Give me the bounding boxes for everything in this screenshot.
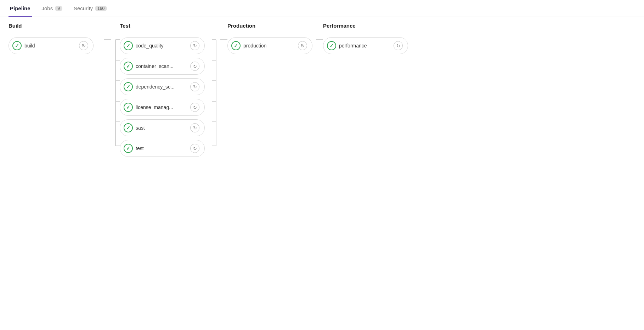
job-performance[interactable]: ✓ performance ↻ bbox=[323, 37, 408, 54]
job-sast-status-icon: ✓ bbox=[124, 123, 133, 132]
tab-jobs[interactable]: Jobs 9 bbox=[40, 0, 64, 17]
tab-pipeline-label: Pipeline bbox=[10, 5, 30, 11]
job-production-status-icon: ✓ bbox=[231, 41, 241, 50]
tab-security[interactable]: Security 160 bbox=[72, 0, 108, 17]
connector-line-prod-perf bbox=[316, 31, 323, 48]
job-performance-name: performance bbox=[339, 43, 391, 49]
right-bracket-svg bbox=[212, 31, 220, 154]
checkmark-icon: ✓ bbox=[126, 146, 130, 151]
job-build[interactable]: ✓ build ↻ bbox=[9, 37, 94, 54]
checkmark-icon: ✓ bbox=[234, 43, 238, 49]
job-build-name: build bbox=[24, 43, 76, 49]
checkmark-icon: ✓ bbox=[329, 43, 334, 49]
tab-jobs-label: Jobs bbox=[42, 5, 53, 11]
job-production-name: production bbox=[243, 43, 295, 49]
connector-line bbox=[104, 39, 111, 40]
checkmark-icon: ✓ bbox=[126, 84, 130, 90]
stage-test-label: Test bbox=[120, 23, 212, 29]
job-build-status-icon: ✓ bbox=[12, 41, 22, 50]
stage-performance-label: Performance bbox=[323, 23, 415, 29]
stage-production-jobs: ✓ production ↻ bbox=[227, 37, 316, 54]
connector-line-test-prod bbox=[220, 31, 227, 48]
stage-performance-jobs: ✓ performance ↻ bbox=[323, 37, 415, 54]
job-dependency-scan-retry-button[interactable]: ↻ bbox=[190, 82, 199, 91]
job-code-quality[interactable]: ✓ code_quality ↻ bbox=[120, 37, 205, 54]
job-sast[interactable]: ✓ sast ↻ bbox=[120, 119, 205, 136]
stage-test: Test ✓ code_quality ↻ ✓ container_scan..… bbox=[120, 23, 212, 157]
checkmark-icon: ✓ bbox=[126, 125, 130, 131]
stage-production: Production ✓ production ↻ bbox=[227, 23, 316, 54]
job-code-quality-name: code_quality bbox=[136, 43, 187, 49]
stage-build-label: Build bbox=[9, 23, 104, 29]
job-container-scan-retry-button[interactable]: ↻ bbox=[190, 62, 199, 71]
h-line-test-prod bbox=[220, 39, 227, 40]
page-container: Pipeline Jobs 9 Security 160 Build ✓ bui… bbox=[0, 0, 644, 330]
tab-jobs-badge: 9 bbox=[55, 6, 62, 11]
job-sast-name: sast bbox=[136, 125, 187, 131]
job-license-manage-retry-button[interactable]: ↻ bbox=[190, 103, 199, 112]
stage-test-jobs: ✓ code_quality ↻ ✓ container_scan... ↻ bbox=[120, 37, 212, 157]
h-line-build bbox=[104, 31, 111, 48]
checkmark-icon: ✓ bbox=[126, 63, 130, 69]
h-line-prod-perf bbox=[316, 39, 323, 40]
connector-prod-perf bbox=[316, 31, 323, 48]
right-bracket-area bbox=[212, 31, 220, 154]
job-container-scan[interactable]: ✓ container_scan... ↻ bbox=[120, 58, 205, 75]
left-bracket-svg bbox=[111, 31, 120, 154]
job-test-name: test bbox=[136, 146, 187, 151]
left-bracket-area bbox=[111, 31, 120, 154]
tab-security-label: Security bbox=[74, 5, 93, 11]
checkmark-icon: ✓ bbox=[15, 43, 19, 49]
connector-test-prod bbox=[220, 31, 227, 48]
job-production-retry-button[interactable]: ↻ bbox=[298, 41, 307, 50]
job-container-scan-status-icon: ✓ bbox=[124, 62, 133, 71]
tabs-bar: Pipeline Jobs 9 Security 160 bbox=[0, 0, 644, 17]
job-license-manage-status-icon: ✓ bbox=[124, 103, 133, 112]
connector-build-test bbox=[104, 31, 111, 48]
job-code-quality-status-icon: ✓ bbox=[124, 41, 133, 50]
job-dependency-scan[interactable]: ✓ dependency_sc... ↻ bbox=[120, 78, 205, 95]
job-dependency-scan-status-icon: ✓ bbox=[124, 82, 133, 91]
job-code-quality-retry-button[interactable]: ↻ bbox=[190, 41, 199, 50]
job-sast-retry-button[interactable]: ↻ bbox=[190, 123, 199, 132]
job-performance-retry-button[interactable]: ↻ bbox=[394, 41, 403, 50]
job-build-retry-button[interactable]: ↻ bbox=[79, 41, 88, 50]
pipeline-diagram: Build ✓ build ↻ bbox=[0, 17, 644, 165]
job-dependency-scan-name: dependency_sc... bbox=[136, 84, 187, 90]
job-test-status-icon: ✓ bbox=[124, 144, 133, 153]
job-license-manage[interactable]: ✓ license_manag... ↻ bbox=[120, 99, 205, 116]
job-container-scan-name: container_scan... bbox=[136, 63, 187, 69]
checkmark-icon: ✓ bbox=[126, 43, 130, 49]
job-production[interactable]: ✓ production ↻ bbox=[227, 37, 312, 54]
job-test-retry-button[interactable]: ↻ bbox=[190, 144, 199, 153]
job-performance-status-icon: ✓ bbox=[327, 41, 336, 50]
stage-production-label: Production bbox=[227, 23, 316, 29]
stage-build: Build ✓ build ↻ bbox=[9, 23, 104, 54]
tab-pipeline[interactable]: Pipeline bbox=[9, 0, 32, 17]
stage-performance: Performance ✓ performance ↻ bbox=[323, 23, 415, 54]
checkmark-icon: ✓ bbox=[126, 104, 130, 110]
job-license-manage-name: license_manag... bbox=[136, 104, 187, 110]
tab-security-badge: 160 bbox=[95, 6, 107, 11]
stage-build-jobs: ✓ build ↻ bbox=[9, 37, 104, 54]
job-test[interactable]: ✓ test ↻ bbox=[120, 140, 205, 157]
